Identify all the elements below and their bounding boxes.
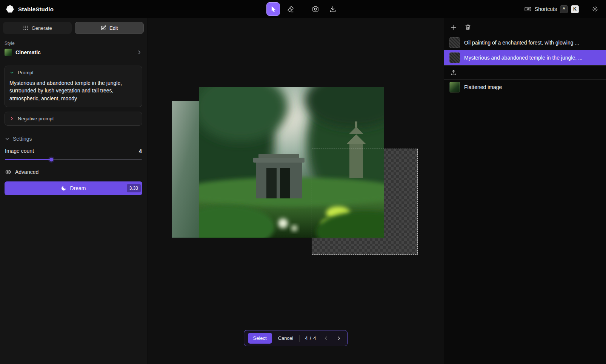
chevron-down-icon xyxy=(5,136,10,141)
download-icon xyxy=(329,5,337,13)
style-label: Style xyxy=(5,41,142,46)
layers-actions xyxy=(444,18,606,35)
settings-section-header[interactable]: Settings xyxy=(0,131,147,146)
chevron-down-icon xyxy=(9,70,14,75)
camera-icon xyxy=(312,5,319,13)
slider-fill xyxy=(5,159,51,160)
chevron-right-icon xyxy=(136,49,142,55)
selection-toolbar: Select Cancel 4 / 4 xyxy=(244,330,348,346)
next-result-button[interactable] xyxy=(334,334,343,343)
style-thumbnail xyxy=(5,49,12,56)
advanced-toggle[interactable]: Advanced xyxy=(0,162,147,181)
select-button[interactable]: Select xyxy=(248,333,272,344)
gear-icon xyxy=(591,5,599,13)
image-count-value: 4 xyxy=(139,148,142,154)
shortcuts-button[interactable]: Shortcuts ^ K xyxy=(523,4,580,15)
select-tool-button[interactable] xyxy=(266,2,280,16)
layers-panel: Oil painting of a enchanted forest, with… xyxy=(444,18,606,364)
tab-edit-label: Edit xyxy=(109,25,118,31)
delete-layer-button[interactable] xyxy=(464,23,472,31)
keycap-k: K xyxy=(571,5,579,13)
settings-section-label: Settings xyxy=(13,136,32,142)
image-count-slider[interactable] xyxy=(5,157,142,162)
layer-item-jungle-temple[interactable]: Mysterious and abandoned temple in the j… xyxy=(444,50,606,65)
selection-region[interactable] xyxy=(312,149,418,255)
pencil-square-icon xyxy=(100,25,106,31)
style-value: Cinematic xyxy=(15,49,41,55)
layer-thumbnail xyxy=(449,52,460,63)
prompt-label: Prompt xyxy=(18,70,34,75)
top-bar: StableStudio xyxy=(0,0,606,18)
layer-label: Oil painting of a enchanted forest, with… xyxy=(464,40,579,46)
upload-image-button[interactable] xyxy=(444,66,606,79)
chevron-right-icon xyxy=(9,116,14,121)
add-layer-button[interactable] xyxy=(449,23,458,31)
layer-item-enchanted-forest[interactable]: Oil painting of a enchanted forest, with… xyxy=(444,35,606,50)
negative-prompt-label: Negative prompt xyxy=(18,116,54,121)
shortcuts-label: Shortcuts xyxy=(535,6,557,12)
app-title: StableStudio xyxy=(18,6,54,12)
cancel-button[interactable]: Cancel xyxy=(276,333,295,344)
negative-prompt-card: Negative prompt xyxy=(5,112,142,126)
negative-prompt-header[interactable]: Negative prompt xyxy=(5,112,142,125)
eraser-tool-button[interactable] xyxy=(284,2,297,16)
snapshot-tool-button[interactable] xyxy=(309,2,322,16)
eye-icon xyxy=(5,169,12,175)
moon-icon xyxy=(61,185,67,191)
credits-badge: 3.33 xyxy=(127,184,141,192)
layer-item-flattened-image[interactable]: Flattened image xyxy=(444,80,606,95)
result-counter: 4 / 4 xyxy=(303,335,318,341)
dream-button-label: Dream xyxy=(70,185,86,191)
tab-generate[interactable]: Generate xyxy=(3,22,72,34)
prompt-card: Prompt Mysterious and abandoned temple i… xyxy=(5,66,142,107)
layer-label: Mysterious and abandoned temple in the j… xyxy=(464,55,583,61)
style-selector[interactable]: Cinematic xyxy=(5,49,142,56)
stablestudio-logo-icon xyxy=(5,5,15,14)
upload-icon xyxy=(450,69,457,76)
editor-canvas[interactable]: Select Cancel 4 / 4 xyxy=(148,18,444,364)
download-tool-button[interactable] xyxy=(326,2,340,16)
chevron-right-icon xyxy=(336,335,342,341)
slider-thumb[interactable] xyxy=(49,158,53,161)
plus-icon xyxy=(450,24,457,31)
layer-label: Flattened image xyxy=(464,84,502,90)
keycap-ctrl: ^ xyxy=(560,5,568,13)
image-count-row: Image count 4 xyxy=(0,146,147,154)
mode-tabs: Generate Edit xyxy=(0,18,147,38)
tab-generate-label: Generate xyxy=(32,25,52,31)
grid-icon xyxy=(23,25,29,31)
dream-button[interactable]: Dream 3.33 xyxy=(5,181,142,195)
eraser-icon xyxy=(287,5,294,13)
chevron-left-icon xyxy=(323,335,329,341)
trash-icon xyxy=(464,24,471,31)
settings-button[interactable] xyxy=(589,3,601,15)
prompt-text[interactable]: Mysterious and abandoned temple in the j… xyxy=(5,79,142,107)
cursor-icon xyxy=(270,6,277,13)
advanced-label: Advanced xyxy=(15,169,38,175)
prompt-header[interactable]: Prompt xyxy=(5,66,142,79)
generation-sidebar: Generate Edit Style Cinematic xyxy=(0,18,147,364)
previous-result-button[interactable] xyxy=(321,334,331,343)
layer-thumbnail xyxy=(449,37,460,48)
keyboard-icon xyxy=(524,5,532,13)
tab-edit[interactable]: Edit xyxy=(75,22,144,34)
topbar-right: Shortcuts ^ K xyxy=(523,3,601,15)
image-count-label: Image count xyxy=(5,148,34,154)
layer-thumbnail xyxy=(449,82,460,92)
divider xyxy=(299,335,300,342)
brand: StableStudio xyxy=(5,5,54,14)
style-block: Style Cinematic xyxy=(0,38,147,61)
canvas-tools xyxy=(266,2,340,16)
